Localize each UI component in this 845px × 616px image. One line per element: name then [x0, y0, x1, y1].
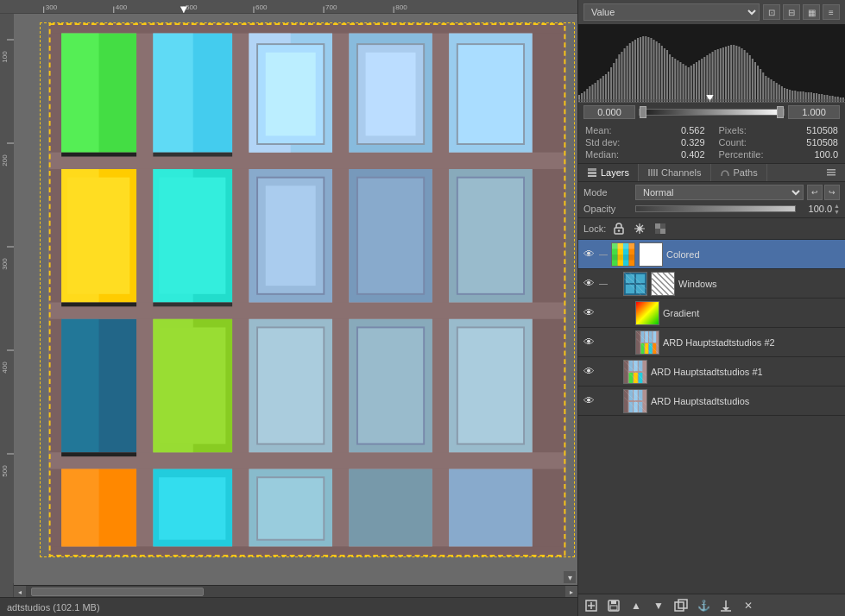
- layer-visibility-eye[interactable]: 👁: [582, 248, 596, 261]
- save-layer-btn[interactable]: [604, 597, 623, 614]
- layer-visibility-eye[interactable]: 👁: [582, 277, 596, 291]
- lock-alpha-icon[interactable]: [653, 221, 668, 236]
- scroll-left-arrow[interactable]: ◂: [14, 586, 26, 597]
- layer-name: ARD Hauptstadtstudios: [651, 396, 842, 406]
- range-min-input[interactable]: 0.000: [583, 105, 635, 119]
- svg-rect-149: [738, 47, 740, 102]
- svg-rect-141: [717, 49, 719, 102]
- layer-visibility-eye[interactable]: 👁: [582, 306, 596, 320]
- svg-rect-47: [366, 53, 416, 136]
- histogram-channel-dropdown[interactable]: Value: [583, 3, 760, 21]
- svg-rect-274: [678, 600, 687, 608]
- svg-rect-261: [629, 401, 634, 412]
- tab-layers[interactable]: Layers: [578, 164, 639, 181]
- svg-rect-105: [621, 52, 622, 102]
- layer-visibility-eye[interactable]: 👁: [582, 365, 596, 379]
- svg-rect-121: [664, 48, 665, 102]
- move-layer-up-btn[interactable]: ▲: [627, 597, 646, 614]
- scrollbar-thumb-h[interactable]: [31, 588, 204, 596]
- layer-thumbnail: [635, 301, 659, 325]
- mean-value: 0.562: [681, 125, 705, 135]
- new-layer-from-selection-btn[interactable]: [582, 597, 601, 614]
- histogram-expanded-btn[interactable]: ⊟: [783, 4, 800, 20]
- undo-btn[interactable]: ↩: [807, 185, 823, 200]
- mode-dropdown[interactable]: Normal: [635, 185, 804, 200]
- svg-rect-28: [232, 23, 249, 556]
- svg-rect-79: [257, 477, 324, 539]
- layer-item[interactable]: 👁 ARD Hauptstadtstudios: [578, 387, 845, 416]
- scroll-right-arrow[interactable]: ▸: [565, 586, 577, 597]
- histogram-compact-btn[interactable]: ⊡: [763, 4, 780, 20]
- svg-rect-106: [624, 48, 626, 102]
- move-layer-down-btn[interactable]: ▼: [649, 597, 668, 614]
- layer-item[interactable]: 👁 ARD Hauptstadtstudios #1: [578, 357, 845, 387]
- redo-btn[interactable]: ↪: [824, 185, 840, 200]
- layer-controls: Mode Normal ↩ ↪ Opacity 100.0 ▲ ▼: [578, 182, 845, 218]
- tab-channels[interactable]: Channels: [639, 164, 710, 181]
- svg-rect-161: [770, 79, 772, 102]
- svg-rect-64: [61, 319, 98, 453]
- histogram-menu-btn[interactable]: ≡: [823, 4, 840, 20]
- range-max-input[interactable]: 1.000: [788, 105, 840, 119]
- svg-rect-140: [715, 50, 716, 102]
- histogram-stats: Mean: 0.562 Pixels: 510508 Std dev: 0.32…: [578, 122, 845, 163]
- svg-rect-180: [821, 94, 823, 102]
- opacity-up-arrow[interactable]: ▲: [834, 203, 840, 209]
- svg-rect-109: [632, 41, 634, 102]
- anchor-layer-btn[interactable]: ⚓: [694, 597, 713, 614]
- svg-rect-38: [61, 34, 98, 153]
- canvas-scroll-container: ▾ ◂ ▸: [14, 14, 577, 597]
- svg-rect-204: [655, 223, 660, 229]
- status-bar: adtstudios (102.1 MB): [0, 597, 577, 616]
- svg-text:800: 800: [395, 4, 407, 12]
- svg-rect-155: [754, 62, 756, 102]
- layers-icon: [587, 167, 597, 178]
- svg-rect-152: [747, 53, 748, 102]
- svg-rect-111: [637, 38, 639, 102]
- opacity-down-arrow[interactable]: ▼: [834, 209, 840, 215]
- svg-rect-250: [629, 372, 634, 382]
- histogram-all-channels-btn[interactable]: ▦: [803, 4, 820, 20]
- svg-rect-122: [666, 50, 668, 102]
- histogram-icon-group: ⊡ ⊟ ▦ ≡: [763, 4, 840, 20]
- duplicate-layer-btn[interactable]: [672, 597, 691, 614]
- layer-item[interactable]: 👁 —: [578, 269, 845, 299]
- svg-rect-73: [457, 327, 524, 443]
- tab-paths[interactable]: Paths: [711, 164, 767, 181]
- mode-label: Mode: [583, 187, 635, 198]
- range-slider-left-handle[interactable]: [640, 106, 646, 118]
- delete-layer-btn[interactable]: ✕: [739, 597, 758, 614]
- svg-rect-273: [675, 602, 684, 611]
- lock-pixels-icon[interactable]: [611, 221, 627, 236]
- layer-visibility-eye[interactable]: 👁: [582, 394, 596, 408]
- layer-thumbnail: [623, 360, 647, 384]
- svg-rect-159: [765, 76, 766, 102]
- lock-move-icon[interactable]: [632, 221, 647, 236]
- svg-rect-135: [701, 59, 703, 102]
- scrollbar-horizontal[interactable]: ◂ ▸: [14, 585, 577, 597]
- svg-rect-272: [610, 606, 617, 610]
- svg-rect-144: [725, 47, 727, 102]
- svg-rect-99: [605, 74, 607, 102]
- merge-layer-btn[interactable]: [716, 597, 735, 614]
- panel-menu-btn[interactable]: [817, 164, 845, 181]
- svg-rect-137: [706, 55, 708, 102]
- panel-menu-icon: [826, 167, 836, 178]
- svg-rect-179: [818, 94, 820, 102]
- tab-channels-label: Channels: [661, 167, 701, 178]
- layer-item[interactable]: 👁 — Colored: [578, 240, 845, 269]
- layer-item[interactable]: 👁 Gradient: [578, 299, 845, 328]
- svg-rect-200: [827, 174, 836, 176]
- svg-rect-207: [655, 229, 660, 234]
- opacity-arrows: ▲ ▼: [834, 203, 840, 215]
- range-slider[interactable]: [639, 109, 785, 116]
- svg-rect-14: [0, 14, 14, 583]
- svg-rect-148: [735, 46, 737, 102]
- opacity-slider[interactable]: [635, 205, 796, 212]
- range-slider-right-handle[interactable]: [777, 106, 784, 118]
- svg-rect-213: [612, 255, 634, 261]
- layer-item[interactable]: 👁: [578, 328, 845, 357]
- mode-row: Mode Normal ↩ ↪: [583, 185, 840, 200]
- layer-visibility-eye[interactable]: 👁: [582, 336, 596, 349]
- median-label: Median:: [585, 149, 619, 160]
